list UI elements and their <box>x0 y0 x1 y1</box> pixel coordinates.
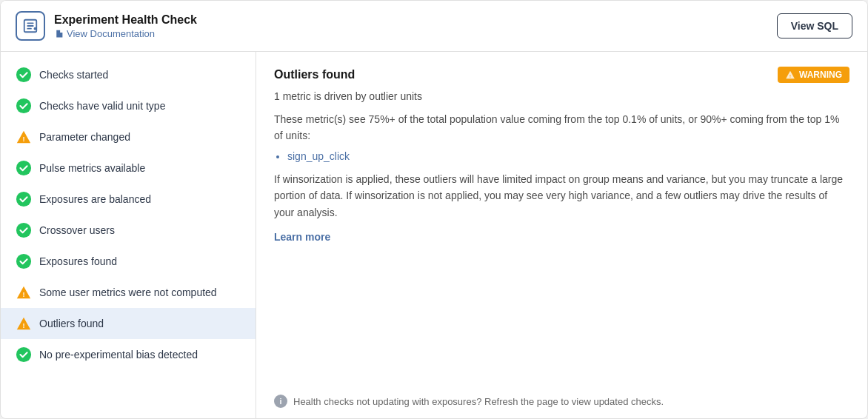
sidebar-label: No pre-experimental bias detected <box>39 349 198 361</box>
sidebar-item-parameter-changed[interactable]: ! Parameter changed <box>1 121 256 152</box>
content-title: Outliers found <box>274 68 355 81</box>
content-desc1: These metric(s) see 75%+ of the total po… <box>274 111 849 144</box>
check-icon <box>16 346 32 363</box>
check-icon <box>16 98 32 114</box>
check-icon <box>16 253 32 269</box>
sidebar-label: Pulse metrics available <box>39 162 145 174</box>
content-panel: Outliers found ! WARNING 1 metric is dri… <box>256 52 867 418</box>
sidebar-item-pulse-metrics[interactable]: Pulse metrics available <box>1 152 256 184</box>
header-left: Experiment Health Check View Documentati… <box>16 11 197 41</box>
warning-badge-label: WARNING <box>799 70 842 80</box>
svg-point-16 <box>16 347 31 362</box>
footer-note-text: Health checks not updating with exposure… <box>293 396 664 407</box>
svg-point-9 <box>16 192 31 207</box>
sidebar-label: Parameter changed <box>39 131 130 143</box>
sidebar-label: Crossover users <box>39 224 115 236</box>
footer-note: i Health checks not updating with exposu… <box>256 395 867 408</box>
doc-icon <box>54 29 64 38</box>
experiment-svg-icon <box>22 18 39 34</box>
svg-text:!: ! <box>22 135 24 143</box>
check-icon <box>16 67 32 83</box>
sidebar-label: Exposures are balanced <box>39 193 151 205</box>
warning-badge: ! WARNING <box>778 67 849 83</box>
check-icon <box>16 191 32 207</box>
sidebar-item-checks-valid-unit[interactable]: Checks have valid unit type <box>1 90 256 121</box>
svg-text:!: ! <box>22 322 24 329</box>
main-container: Experiment Health Check View Documentati… <box>0 0 868 419</box>
view-sql-button[interactable]: View SQL <box>777 13 852 38</box>
warning-icon: ! <box>16 129 32 145</box>
sidebar-label: Some user metrics were not computed <box>39 286 217 298</box>
header-text: Experiment Health Check View Documentati… <box>54 13 197 39</box>
sidebar-item-exposures-found[interactable]: Exposures found <box>1 246 256 277</box>
experiment-icon <box>16 11 45 41</box>
svg-text:!: ! <box>22 291 24 298</box>
svg-point-8 <box>16 161 31 175</box>
sidebar-item-checks-started[interactable]: Checks started <box>1 59 256 90</box>
main-body: Checks started Checks have valid unit ty… <box>1 52 867 418</box>
svg-point-4 <box>16 67 31 82</box>
content-header: Outliers found ! WARNING <box>274 67 849 83</box>
sidebar: Checks started Checks have valid unit ty… <box>1 52 256 418</box>
info-icon: i <box>274 395 287 408</box>
view-documentation-link[interactable]: View Documentation <box>54 28 197 39</box>
warning-icon: ! <box>16 284 32 301</box>
check-icon <box>16 222 32 238</box>
svg-rect-2 <box>58 34 60 35</box>
sidebar-item-outliers-found[interactable]: ! Outliers found <box>1 308 256 339</box>
content-desc2: If winsorization is applied, these outli… <box>274 171 849 221</box>
content-subtitle: 1 metric is driven by outlier units <box>274 90 849 102</box>
page-title: Experiment Health Check <box>54 13 197 28</box>
sidebar-label: Checks have valid unit type <box>39 100 165 112</box>
header: Experiment Health Check View Documentati… <box>1 1 867 52</box>
svg-text:!: ! <box>789 74 791 78</box>
sidebar-item-some-user-metrics[interactable]: ! Some user metrics were not computed <box>1 277 256 308</box>
svg-point-11 <box>16 254 31 269</box>
svg-rect-3 <box>58 36 60 36</box>
sidebar-item-exposures-balanced[interactable]: Exposures are balanced <box>1 184 256 215</box>
svg-point-5 <box>16 98 31 113</box>
learn-more-link[interactable]: Learn more <box>274 231 330 243</box>
warning-badge-icon: ! <box>785 70 795 80</box>
svg-point-10 <box>16 223 31 238</box>
sidebar-item-crossover-users[interactable]: Crossover users <box>1 215 256 246</box>
sidebar-label: Outliers found <box>39 318 104 329</box>
metric-link[interactable]: sign_up_click <box>287 150 350 162</box>
check-icon <box>16 160 32 176</box>
svg-point-1 <box>34 27 37 30</box>
warning-icon: ! <box>16 315 32 332</box>
metric-list: sign_up_click <box>287 150 849 162</box>
sidebar-item-no-pre-experimental[interactable]: No pre-experimental bias detected <box>1 339 256 370</box>
sidebar-label: Exposures found <box>39 255 117 267</box>
sidebar-label: Checks started <box>39 69 108 81</box>
